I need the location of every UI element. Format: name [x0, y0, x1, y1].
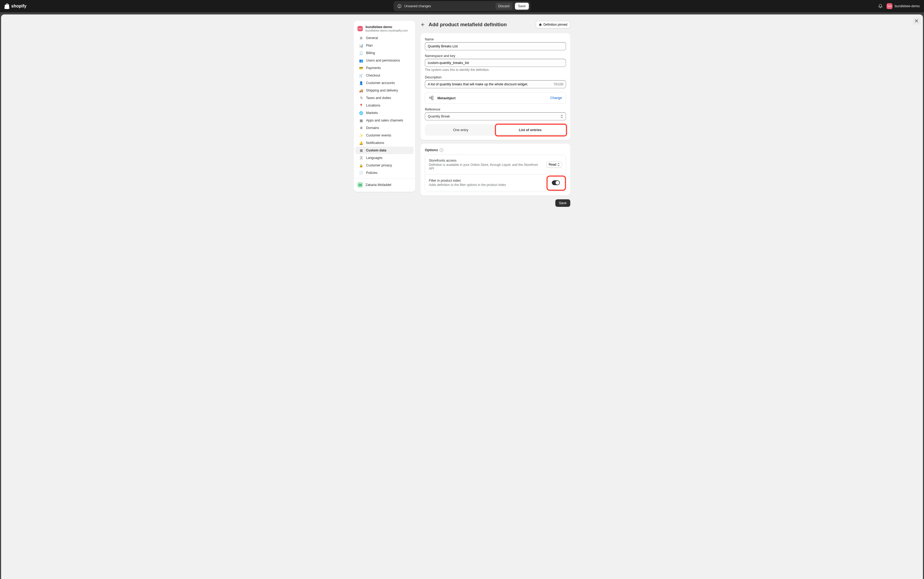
shopify-logo: shopify	[4, 3, 26, 9]
save-button-top[interactable]: Save	[515, 3, 529, 10]
top-bar: shopify Unsaved changes Discard Save bun…	[0, 0, 924, 12]
store-avatar-icon: bun	[887, 3, 893, 9]
store-name-top: bundlebee-demo	[895, 4, 920, 8]
store-switcher[interactable]: bun bundlebee-demo	[887, 3, 920, 9]
discard-button[interactable]: Discard	[495, 3, 512, 10]
logo-text: shopify	[11, 4, 26, 8]
shopify-bag-icon	[4, 3, 10, 9]
contextual-save-bar: Unsaved changes Discard Save	[394, 1, 530, 11]
unsaved-changes-label: Unsaved changes	[397, 4, 493, 8]
notification-bell-icon[interactable]	[878, 4, 883, 8]
svg-point-2	[399, 7, 399, 7]
info-icon	[397, 4, 402, 8]
